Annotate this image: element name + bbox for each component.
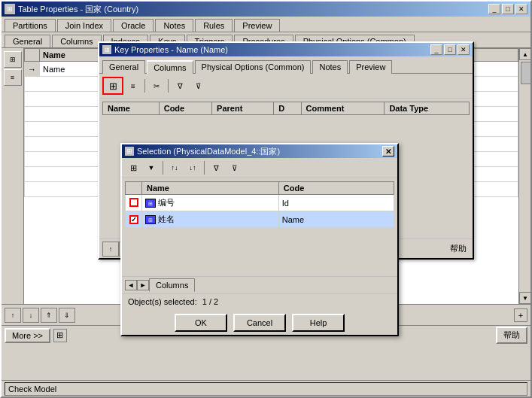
sel-row-2[interactable]: ⊞ 姓名 Name xyxy=(126,211,394,228)
sel-tb-filter1[interactable]: ∇ xyxy=(208,160,224,175)
sel-tb-filter2[interactable]: ⊽ xyxy=(226,160,242,175)
scroll-thumb-area xyxy=(519,60,530,292)
key-props-title: Key Properties - Name (Name) xyxy=(114,45,228,54)
move-bottom-btn[interactable]: ⇓ xyxy=(59,308,75,323)
key-tab-general[interactable]: General xyxy=(102,60,145,74)
sel-cancel-btn[interactable]: Cancel xyxy=(233,314,286,332)
sel-nav: ◄ ► Columns xyxy=(122,276,397,293)
sel-titlebar: ⊞ Selection (PhysicalDataModel_4::国家) ✕ xyxy=(122,144,397,158)
key-delete-btn[interactable]: ✂ xyxy=(148,78,165,93)
left-toolbar: ⊞ ≡ xyxy=(2,48,24,304)
bottom-right: 帮助 xyxy=(496,327,527,344)
maximize-btn[interactable]: □ xyxy=(502,4,514,14)
scroll-thumb[interactable] xyxy=(521,62,531,84)
scroll-up[interactable]: ▲ xyxy=(519,48,531,60)
right-scrollbar: ▲ ▼ xyxy=(518,48,530,304)
sel-row1-checkbox[interactable] xyxy=(129,198,138,207)
sel-ok-btn[interactable]: OK xyxy=(175,314,227,332)
sel-empty1 xyxy=(126,228,394,243)
key-props-title-left: ⊞ Key Properties - Name (Name) xyxy=(102,45,228,54)
move-up-btn[interactable]: ↑ xyxy=(5,308,21,323)
tab-oracle[interactable]: Oracle xyxy=(113,19,154,32)
row-indicator: → xyxy=(25,62,40,77)
tab-general[interactable]: General xyxy=(5,35,50,47)
move-top-btn[interactable]: ⇑ xyxy=(41,308,57,323)
tab-notes[interactable]: Notes xyxy=(155,19,193,32)
tab-columns[interactable]: Columns xyxy=(52,35,101,47)
sel-sep2 xyxy=(204,161,205,175)
main-titlebar: ⊞ Table Properties - 国家 (Country) _ □ ✕ xyxy=(2,2,530,17)
toolbar-btn1[interactable]: ⊞ xyxy=(4,51,22,68)
sel-close-btn[interactable]: ✕ xyxy=(382,146,394,156)
key-add-btn[interactable]: ⊞ xyxy=(102,77,123,95)
help-kanji-btn[interactable]: 帮助 xyxy=(496,327,527,344)
sel-help-btn[interactable]: Help xyxy=(292,314,345,332)
sel-objects-label: Object(s) selected: 1 / 2 xyxy=(128,297,218,306)
key-filter1-btn[interactable]: ∇ xyxy=(172,78,188,93)
toolbar-btn2[interactable]: ≡ xyxy=(4,69,22,86)
close-btn[interactable]: ✕ xyxy=(515,4,527,14)
win-controls: _ □ ✕ xyxy=(488,4,527,14)
key-props-minimize[interactable]: _ xyxy=(430,44,442,55)
sel-action-buttons: OK Cancel Help xyxy=(122,309,397,335)
col-d: D xyxy=(274,102,301,115)
sel-table-container: Name Code ⊞ 编号 Id xyxy=(122,178,397,276)
key-move-up[interactable]: ↑ xyxy=(102,242,119,257)
tab-preview[interactable]: Preview xyxy=(234,19,280,32)
col-indicator xyxy=(25,49,40,62)
key-props-icon: ⊞ xyxy=(102,45,111,54)
help-label: 帮助 xyxy=(450,243,467,254)
main-title: Table Properties - 国家 (Country) xyxy=(18,4,138,15)
sel-table: Name Code ⊞ 编号 Id xyxy=(125,181,394,273)
key-props-titlebar: ⊞ Key Properties - Name (Name) _ □ ✕ xyxy=(99,43,473,56)
table-add-icon: ⊞ xyxy=(109,81,117,92)
sel-icon: ⊞ xyxy=(125,147,134,156)
separator2 xyxy=(168,79,169,93)
arrow-icon: → xyxy=(28,65,36,74)
grid-icon-btn[interactable]: ⊞ xyxy=(53,329,67,342)
key-tab-columns[interactable]: Columns xyxy=(147,60,193,74)
key-props-maximize[interactable]: □ xyxy=(444,44,456,55)
col-name: Name xyxy=(103,102,160,115)
more-btn[interactable]: More >> xyxy=(5,328,50,343)
key-tab-preview[interactable]: Preview xyxy=(349,60,392,74)
main-tabs-row: Partitions Join Index Oracle Notes Rules… xyxy=(2,17,530,32)
key-tab-physical[interactable]: Physical Options (Common) xyxy=(195,60,312,74)
sel-nav-prev[interactable]: ◄ xyxy=(125,280,137,290)
key-props-toolbar: ⊞ ≡ ✂ ∇ ⊽ xyxy=(99,74,473,99)
key-tab-notes[interactable]: Notes xyxy=(312,60,348,74)
right-icons: + xyxy=(514,308,527,322)
add-icon-btn[interactable]: + xyxy=(514,308,527,322)
sel-toolbar: ⊞ ▼ ↑↓ ↓↑ ∇ ⊽ xyxy=(122,158,397,178)
sel-row1-check-cell xyxy=(126,195,142,211)
col-comment: Comment xyxy=(301,102,385,115)
key-props-controls: _ □ ✕ xyxy=(430,44,470,55)
sel-tb-add[interactable]: ⊞ xyxy=(125,160,141,175)
sel-tb-sort-asc[interactable]: ↑↓ xyxy=(166,160,183,175)
sel-columns-tab[interactable]: Columns xyxy=(149,278,195,292)
sel-row1-name: ⊞ 编号 xyxy=(142,195,279,211)
separator1 xyxy=(144,79,145,93)
titlebar-left: ⊞ Table Properties - 国家 (Country) xyxy=(5,4,138,15)
move-down-btn[interactable]: ↓ xyxy=(23,308,39,323)
sel-tb-sort-desc[interactable]: ↓↑ xyxy=(184,160,201,175)
move-buttons: ↑ ↓ ⇑ ⇓ xyxy=(5,308,75,323)
key-props-tabs: General Columns Physical Options (Common… xyxy=(99,56,473,74)
sel-row1-code: Id xyxy=(278,195,394,211)
minimize-btn[interactable]: _ xyxy=(488,4,500,14)
sel-title-left: ⊞ Selection (PhysicalDataModel_4::国家) xyxy=(125,146,280,157)
key-props-btn[interactable]: ≡ xyxy=(125,78,141,93)
sel-row2-name: ⊞ 姓名 xyxy=(142,211,279,228)
sel-row2-checkbox[interactable] xyxy=(129,215,138,224)
sel-row-1[interactable]: ⊞ 编号 Id xyxy=(126,195,394,211)
selection-dialog: ⊞ Selection (PhysicalDataModel_4::国家) ✕ … xyxy=(120,143,399,336)
app-icon: ⊞ xyxy=(5,4,15,14)
tab-partitions[interactable]: Partitions xyxy=(5,19,56,32)
tab-rules[interactable]: Rules xyxy=(195,19,233,32)
key-props-close[interactable]: ✕ xyxy=(458,44,470,55)
scroll-down[interactable]: ▼ xyxy=(519,292,531,304)
sel-nav-next[interactable]: ► xyxy=(137,280,149,290)
sel-tb-dropdown[interactable]: ▼ xyxy=(143,160,160,175)
tab-join-index[interactable]: Join Index xyxy=(57,19,111,32)
key-filter2-btn[interactable]: ⊽ xyxy=(190,78,206,93)
